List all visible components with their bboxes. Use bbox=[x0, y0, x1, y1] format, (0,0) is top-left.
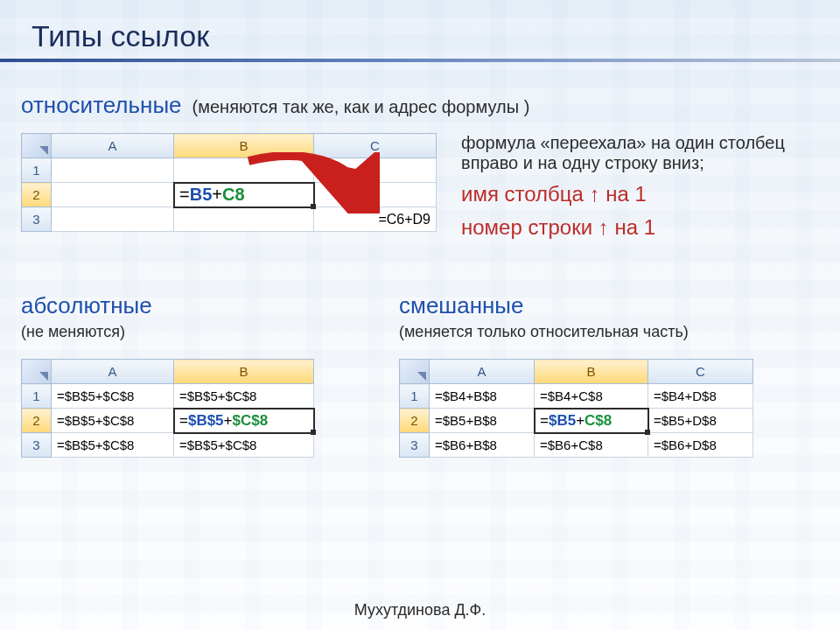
row-header-1: 1 bbox=[22, 158, 52, 183]
abs-corner bbox=[22, 360, 52, 384]
rel-sheet: A B C 1 2 =B5+C8 bbox=[21, 133, 437, 232]
mix-heading: смешанные bbox=[399, 292, 819, 319]
footer-author: Мухутдинова Д.Ф. bbox=[0, 601, 840, 620]
rel-sheet-wrap: A B C 1 2 =B5+C8 bbox=[21, 133, 437, 232]
abs-a1: =$B$5+$C$8 bbox=[52, 384, 174, 409]
abs-b2-eq: = bbox=[179, 412, 188, 429]
mix-b2-plus: + bbox=[576, 412, 584, 429]
abs-b3: =$B$5+$C$8 bbox=[174, 433, 314, 458]
mix-c2: =$B5+D$8 bbox=[648, 409, 753, 433]
abs-col-a: A bbox=[52, 360, 174, 384]
cell-b2-selected: =B5+C8 bbox=[174, 183, 314, 207]
b2-plus: + bbox=[212, 185, 222, 204]
section-relative: относительные (меняются так же, как и ад… bbox=[21, 92, 819, 248]
slide-title: Типы ссылок bbox=[0, 12, 840, 57]
abs-row-3: 3 bbox=[22, 433, 52, 458]
cell-b1 bbox=[174, 158, 314, 183]
abs-a2: =$B$5+$C$8 bbox=[52, 409, 174, 433]
abs-sheet: A B 1 =$B$5+$C$8 =$B$5+$C$8 2 =$B$5+$C$8… bbox=[21, 359, 314, 458]
mix-corner bbox=[400, 360, 430, 384]
rel-heading: относительные bbox=[21, 92, 182, 119]
abs-col-b: B bbox=[174, 360, 314, 384]
row-header-3: 3 bbox=[22, 207, 52, 232]
mix-b2-ref2: C$8 bbox=[584, 412, 612, 429]
mix-c1: =$B4+D$8 bbox=[648, 384, 753, 409]
abs-b2-ref1: $B$5 bbox=[188, 412, 224, 429]
rel-p2-prefix: имя столбца bbox=[461, 182, 590, 206]
rel-p3-prefix: номер строки bbox=[461, 215, 598, 239]
abs-b2-plus: + bbox=[224, 412, 233, 429]
row-header-2: 2 bbox=[22, 183, 52, 207]
cell-a2 bbox=[52, 183, 174, 207]
cell-c1 bbox=[314, 158, 437, 183]
mix-b1: =$B4+C$8 bbox=[535, 384, 648, 409]
up-arrow-icon: ↑ bbox=[590, 182, 600, 206]
abs-b2-selected: =$B$5+$C$8 bbox=[174, 409, 314, 433]
up-arrow-icon-2: ↑ bbox=[598, 215, 609, 239]
col-header-a: A bbox=[52, 134, 174, 158]
mix-a1: =$B4+B$8 bbox=[430, 384, 535, 409]
section-absolute: абсолютные (не меняются) A B 1 =$B$5+$C$… bbox=[21, 292, 371, 458]
mix-row-3: 3 bbox=[400, 433, 430, 458]
mix-sheet: A B C 1 =$B4+B$8 =$B4+C$8 =$B4+D$8 2 =$B… bbox=[399, 359, 753, 458]
cell-a1 bbox=[52, 158, 174, 183]
col-header-c: C bbox=[314, 134, 437, 158]
mix-col-c: C bbox=[648, 360, 753, 384]
rel-right-p3: номер строки ↑ на 1 bbox=[461, 215, 819, 240]
mix-row-2: 2 bbox=[400, 409, 430, 433]
mix-b2-ref1: $B5 bbox=[549, 412, 576, 429]
cell-b3 bbox=[174, 207, 314, 232]
mix-a2: =$B5+B$8 bbox=[430, 409, 535, 433]
abs-row-2: 2 bbox=[22, 409, 52, 433]
mix-b2-selected: =$B5+C$8 bbox=[535, 409, 648, 433]
abs-b1: =$B$5+$C$8 bbox=[174, 384, 314, 409]
mix-row-1: 1 bbox=[400, 384, 430, 409]
col-header-b: B bbox=[174, 134, 314, 158]
section-mixed: смешанные (меняется только относительная… bbox=[399, 292, 819, 458]
sheet-corner bbox=[22, 134, 52, 158]
abs-row-1: 1 bbox=[22, 384, 52, 409]
mix-b3: =$B6+C$8 bbox=[535, 433, 648, 458]
rel-p2-suffix: на 1 bbox=[600, 182, 647, 206]
b2-ref2: C8 bbox=[222, 185, 245, 204]
cell-a3 bbox=[52, 207, 174, 232]
rel-right-p2: имя столбца ↑ на 1 bbox=[461, 182, 819, 206]
rel-right-p1: формула «переехала» на один столбец впра… bbox=[461, 133, 819, 173]
cell-c3: =C6+D9 bbox=[314, 207, 437, 232]
mix-b2-eq: = bbox=[540, 412, 549, 429]
abs-heading: абсолютные bbox=[21, 292, 371, 319]
rel-note: (меняются так же, как и адрес формулы ) bbox=[192, 97, 530, 117]
mix-col-b: B bbox=[535, 360, 648, 384]
abs-b2-ref2: $C$8 bbox=[233, 412, 269, 429]
mix-c3: =$B6+D$8 bbox=[648, 433, 753, 458]
mix-a3: =$B6+B$8 bbox=[430, 433, 535, 458]
abs-a3: =$B$5+$C$8 bbox=[52, 433, 174, 458]
mix-note: (меняется только относительная часть) bbox=[399, 323, 819, 341]
b2-eq: = bbox=[179, 185, 190, 204]
rel-p3-suffix: на 1 bbox=[609, 215, 655, 239]
cell-c2 bbox=[314, 183, 437, 207]
b2-ref1: B5 bbox=[190, 185, 213, 204]
abs-note: (не меняются) bbox=[21, 323, 371, 341]
mix-col-a: A bbox=[430, 360, 535, 384]
